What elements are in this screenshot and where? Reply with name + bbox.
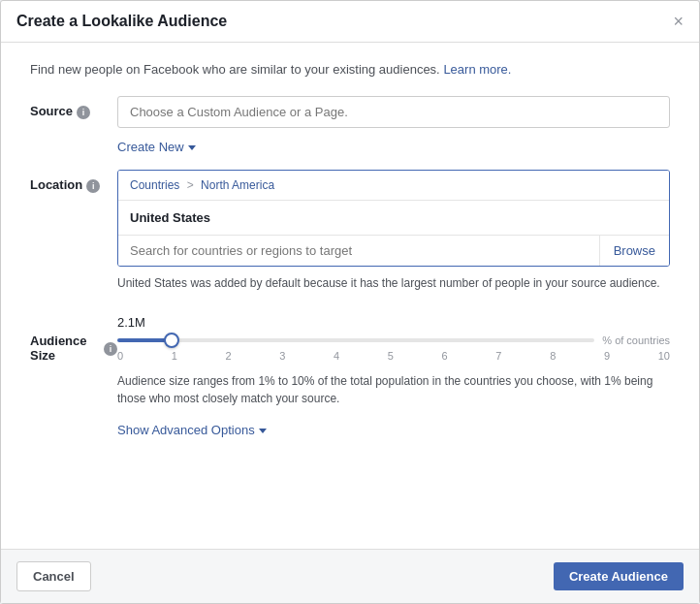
tick-7: 7 [495,350,501,362]
tick-4: 4 [334,350,339,362]
show-advanced-options-link[interactable]: Show Advanced Options [117,423,267,437]
audience-value: 2.1M [117,315,670,330]
modal-container: Create a Lookalike Audience × Find new p… [0,0,700,604]
tick-0: 0 [117,350,123,362]
location-selected: United States [118,201,669,235]
learn-more-link[interactable]: Learn more. [443,62,511,77]
tick-6: 6 [442,350,448,362]
source-content: Create New [117,96,670,154]
location-search-row: Browse [118,235,669,266]
intro-text: Find new people on Facebook who are simi… [30,62,670,77]
location-info-icon[interactable]: i [86,179,100,193]
audience-size-section: 2.1M Audience Size i % of countries 0 1 … [30,315,670,437]
slider-row: Audience Size i % of countries 0 1 2 3 4… [30,334,670,363]
location-box: Countries > North America United States … [117,170,670,267]
slider-ticks: 0 1 2 3 4 5 6 7 8 9 10 [117,350,670,362]
location-search-input[interactable] [118,236,599,266]
source-info-icon[interactable]: i [77,106,90,119]
source-row: Source i Create New [30,96,670,154]
audience-note: Audience size ranges from 1% to 10% of t… [117,372,670,407]
browse-button[interactable]: Browse [599,236,669,266]
modal-body: Find new people on Facebook who are simi… [1,43,699,549]
location-content: Countries > North America United States … [117,170,670,292]
cancel-button[interactable]: Cancel [16,561,91,591]
tick-5: 5 [388,350,394,362]
tick-8: 8 [550,350,556,362]
tick-10: 10 [658,350,670,362]
source-label-col: Source i [30,96,117,154]
source-input[interactable] [117,96,670,128]
location-label: Location [30,177,82,192]
audience-size-label-col: Audience Size i [30,334,117,363]
close-button[interactable]: × [673,13,684,30]
tick-1: 1 [172,350,177,362]
audience-size-slider[interactable] [117,338,594,342]
selected-country-tag: United States [130,210,210,225]
location-label-col: Location i [30,170,117,292]
slider-outer-row: % of countries [117,334,670,346]
location-row: Location i Countries > North America Uni… [30,170,670,292]
percent-label: % of countries [602,334,670,346]
breadcrumb-separator: > [187,178,194,192]
tick-2: 2 [226,350,232,362]
create-new-link[interactable]: Create New [117,140,196,154]
breadcrumb-region-link[interactable]: North America [201,178,274,192]
modal-footer: Cancel Create Audience [1,549,699,603]
breadcrumb-countries-link[interactable]: Countries [130,178,179,192]
audience-size-label: Audience Size [30,334,100,363]
location-note: United States was added by default becau… [117,274,670,292]
location-breadcrumb: Countries > North America [118,171,669,201]
create-new-arrow-icon [188,145,196,150]
modal-header: Create a Lookalike Audience × [1,1,699,43]
tick-9: 9 [604,350,610,362]
audience-size-info-icon[interactable]: i [104,342,117,356]
modal-title: Create a Lookalike Audience [16,13,227,30]
slider-content: % of countries 0 1 2 3 4 5 6 7 8 9 10 [117,334,670,362]
advanced-arrow-icon [259,429,267,433]
source-label: Source [30,104,73,118]
tick-3: 3 [279,350,285,362]
create-audience-button[interactable]: Create Audience [554,562,684,590]
